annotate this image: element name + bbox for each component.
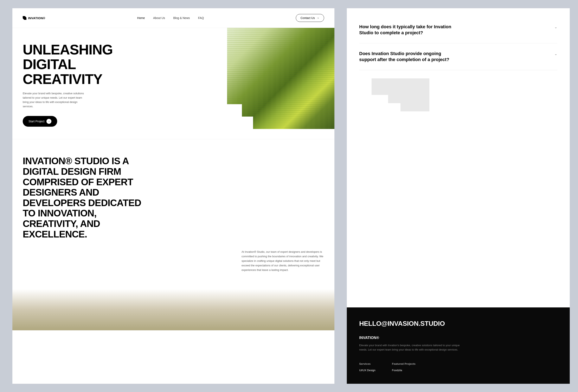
- footer-dark: HELLO@INVASION.STUDIO INVATION® Elevate …: [347, 307, 570, 384]
- footer-projects-list: Foodzila: [392, 369, 416, 372]
- hero-section: UNLEASHING DIGITAL CREATIVITY Elevate yo…: [12, 28, 335, 139]
- faq-chevron-2[interactable]: ⌄: [554, 52, 557, 56]
- arrow-icon: →: [316, 16, 319, 20]
- hero-subtitle: Elevate your brand with bespoke, creativ…: [23, 91, 89, 109]
- contact-button-label: Contact Us: [300, 16, 315, 20]
- start-project-button[interactable]: Start Project →: [23, 116, 57, 127]
- nav-home[interactable]: Home: [137, 16, 145, 20]
- footer-col-services: Services UI/UX Design: [359, 362, 376, 373]
- faq-section: How long does it typically take for Inva…: [347, 8, 570, 307]
- hero-heading-line2: DIGITAL CREATIVITY: [23, 56, 102, 87]
- navbar: INVATION® Home About Us Blog & News FAQ …: [12, 8, 335, 28]
- brand-name: INVATION®: [28, 16, 45, 20]
- contact-button[interactable]: Contact Us →: [296, 14, 324, 22]
- footer-service-item: UI/UX Design: [359, 369, 376, 372]
- nav-about[interactable]: About Us: [153, 16, 165, 20]
- about-body-text: At Invation® Studio, our team of expert …: [241, 250, 324, 272]
- logo-icon: [23, 16, 26, 20]
- hero-heading: UNLEASHING DIGITAL CREATIVITY: [23, 42, 126, 87]
- nav-blog[interactable]: Blog & News: [173, 16, 190, 20]
- start-button-label: Start Project: [29, 120, 44, 123]
- footer-brand: INVATION®: [359, 336, 557, 340]
- nav-faq[interactable]: FAQ: [198, 16, 204, 20]
- footer-services-label: Services: [359, 362, 376, 365]
- faq-chevron-1[interactable]: ⌄: [554, 25, 557, 29]
- hero-image: [227, 28, 335, 129]
- about-heading: INVATION® STUDIO IS A DIGITAL DESIGN FIR…: [23, 156, 143, 239]
- stair-block-3: [400, 95, 429, 111]
- hero-heading-line1: UNLEASHING: [23, 42, 113, 57]
- faq-q-text-1: How long does it typically take for Inva…: [359, 24, 458, 36]
- faq-item-2: Does Invation Studio provide ongoing sup…: [359, 43, 557, 70]
- hero-text: UNLEASHING DIGITAL CREATIVITY Elevate yo…: [23, 42, 126, 127]
- right-container: How long does it typically take for Inva…: [347, 8, 570, 384]
- hero-image-inner: [227, 28, 335, 129]
- about-section: INVATION® STUDIO IS A DIGITAL DESIGN FIR…: [12, 139, 335, 289]
- left-panel: INVATION® Home About Us Blog & News FAQ …: [0, 0, 347, 392]
- glitch-waves: [227, 28, 335, 129]
- footer-columns: Services UI/UX Design Featured Projects …: [359, 362, 557, 373]
- staircase-shape: [372, 74, 545, 111]
- faq-question-1: How long does it typically take for Inva…: [359, 24, 557, 36]
- btn-arrow-icon: →: [47, 119, 51, 124]
- nav-links: Home About Us Blog & News FAQ: [137, 16, 204, 20]
- faq-item-1: How long does it typically take for Inva…: [359, 16, 557, 43]
- bottom-preview: [12, 289, 335, 330]
- footer-desc: Elevate your brand with Invation's bespo…: [359, 343, 462, 352]
- footer-projects-label: Featured Projects: [392, 362, 416, 365]
- website-container: INVATION® Home About Us Blog & News FAQ …: [12, 8, 335, 384]
- footer-services-list: UI/UX Design: [359, 369, 376, 372]
- faq-question-2: Does Invation Studio provide ongoing sup…: [359, 51, 557, 62]
- footer-email: HELLO@INVASION.STUDIO: [359, 320, 557, 327]
- faq-q-text-2: Does Invation Studio provide ongoing sup…: [359, 51, 458, 62]
- right-panel: How long does it typically take for Inva…: [347, 0, 578, 392]
- about-body: At Invation® Studio, our team of expert …: [23, 250, 324, 272]
- footer-project-item: Foodzila: [392, 369, 416, 372]
- logo: INVATION®: [23, 16, 45, 20]
- footer-col-projects: Featured Projects Foodzila: [392, 362, 416, 373]
